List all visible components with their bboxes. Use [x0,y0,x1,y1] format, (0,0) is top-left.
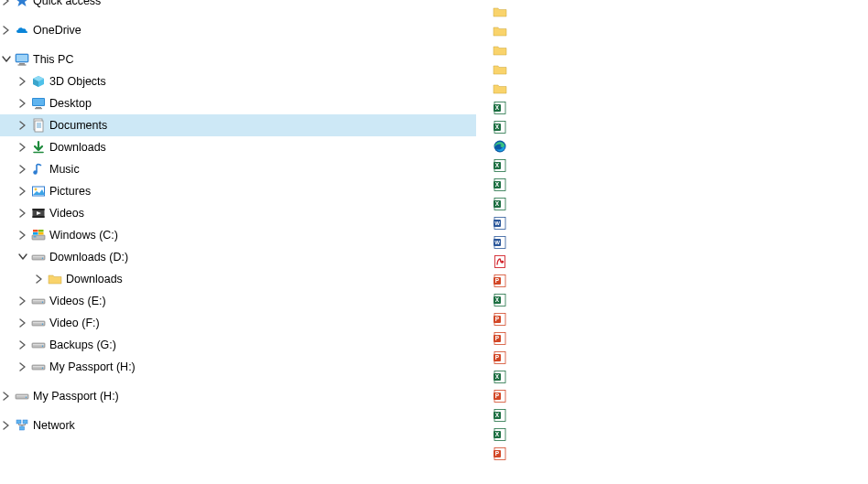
tree-item-drive-h-root[interactable]: My Passport (H:) [0,385,476,407]
drive-icon [31,294,46,308]
excel-icon [493,120,507,134]
tree-item-3d-objects[interactable]: 3D Objects [0,70,476,92]
list-item[interactable] [493,232,868,252]
list-item[interactable] [493,156,868,175]
list-item[interactable] [493,386,868,405]
tree-label: My Passport (H:) [33,390,126,403]
tree-item-onedrive[interactable]: OneDrive [0,19,476,41]
navigation-pane: Quick access OneDrive This PC 3D Objects [0,0,476,484]
windows-drive-icon [31,228,46,242]
tree-label: Windows (C:) [49,229,125,242]
svg-rect-24 [33,230,38,232]
expander-icon[interactable] [16,185,29,198]
expander-icon[interactable] [0,53,13,66]
expander-icon[interactable] [0,24,13,37]
tree-item-quick-access[interactable]: Quick access [0,0,476,12]
svg-point-36 [42,324,43,325]
excel-icon [493,370,507,384]
svg-rect-27 [38,232,44,235]
tree-item-drive-e[interactable]: Videos (E:) [0,290,476,312]
tree-item-documents[interactable]: Documents [0,114,476,136]
svg-rect-7 [36,107,41,108]
expander-icon[interactable] [33,273,46,285]
svg-rect-26 [33,232,38,235]
list-item[interactable] [493,290,868,309]
list-item[interactable] [493,425,868,444]
tree-label: My Passport (H:) [49,360,143,373]
expander-icon[interactable] [0,419,13,432]
svg-rect-40 [32,365,45,370]
excel-icon [493,293,507,307]
tree-item-videos[interactable]: Videos [0,202,476,224]
tree-item-network[interactable]: Network [0,414,476,436]
tree-item-music[interactable]: Music [0,158,476,180]
tree-item-this-pc[interactable]: This PC [0,48,476,70]
folder-icon [493,5,507,19]
list-item[interactable] [493,309,868,328]
tree-item-drive-d[interactable]: Downloads (D:) [0,246,476,268]
list-item[interactable] [493,59,868,79]
tree-label: Downloads (D:) [49,251,136,264]
svg-rect-3 [19,63,25,65]
svg-rect-34 [32,321,45,326]
list-item[interactable] [493,21,868,40]
expander-icon[interactable] [16,163,29,176]
list-item[interactable] [493,348,868,367]
expander-icon[interactable] [16,251,29,264]
tree-item-desktop[interactable]: Desktop [0,92,476,114]
tree-item-drive-d-downloads[interactable]: Downloads [0,268,476,290]
list-item[interactable] [493,79,868,98]
tree-item-pictures[interactable]: Pictures [0,180,476,202]
list-item[interactable] [493,367,868,386]
list-item[interactable] [493,98,868,117]
tree-item-downloads[interactable]: Downloads [0,136,476,158]
list-item[interactable] [493,213,868,232]
list-item[interactable] [493,117,868,136]
word-icon [493,235,507,250]
folder-icon [493,24,507,38]
powerpoint-icon [493,446,507,461]
list-item[interactable] [493,2,868,21]
drive-icon [31,250,46,264]
expander-icon[interactable] [16,75,29,88]
list-item[interactable] [493,405,868,425]
svg-rect-44 [16,395,27,396]
expander-icon[interactable] [0,390,13,403]
list-item[interactable] [493,252,868,271]
expander-icon[interactable] [16,360,29,373]
tree-label: Videos [49,207,92,220]
list-item[interactable] [493,328,868,348]
tree-label: Documents [49,119,114,132]
powerpoint-icon [493,331,507,346]
list-item[interactable] [493,194,868,213]
tree-label: Downloads [49,141,114,154]
expander-icon[interactable] [16,97,29,110]
expander-icon[interactable] [16,317,29,329]
list-item[interactable] [493,40,868,59]
tree-item-drive-f[interactable]: Video (F:) [0,312,476,334]
expander-icon[interactable] [16,339,29,351]
expander-icon[interactable] [0,0,13,7]
expander-icon[interactable] [16,207,29,220]
expander-icon[interactable] [16,119,29,132]
expander-icon[interactable] [16,295,29,307]
folder-icon [493,81,507,96]
tree-item-drive-g[interactable]: Backups (G:) [0,334,476,356]
tree-label: Pictures [49,185,98,198]
list-item[interactable] [493,175,868,194]
this-pc-icon [15,52,29,67]
svg-rect-8 [35,108,42,109]
svg-rect-10 [35,121,43,132]
svg-rect-46 [16,420,21,424]
svg-marker-0 [16,0,28,6]
list-item[interactable] [493,136,868,156]
expander-icon[interactable] [16,229,29,242]
svg-point-42 [42,368,43,369]
tree-item-drive-c[interactable]: Windows (C:) [0,224,476,246]
file-list [493,2,868,463]
expander-icon[interactable] [16,141,29,154]
list-item[interactable] [493,444,868,463]
tree-item-drive-h[interactable]: My Passport (H:) [0,356,476,378]
svg-rect-20 [33,216,45,218]
list-item[interactable] [493,271,868,290]
